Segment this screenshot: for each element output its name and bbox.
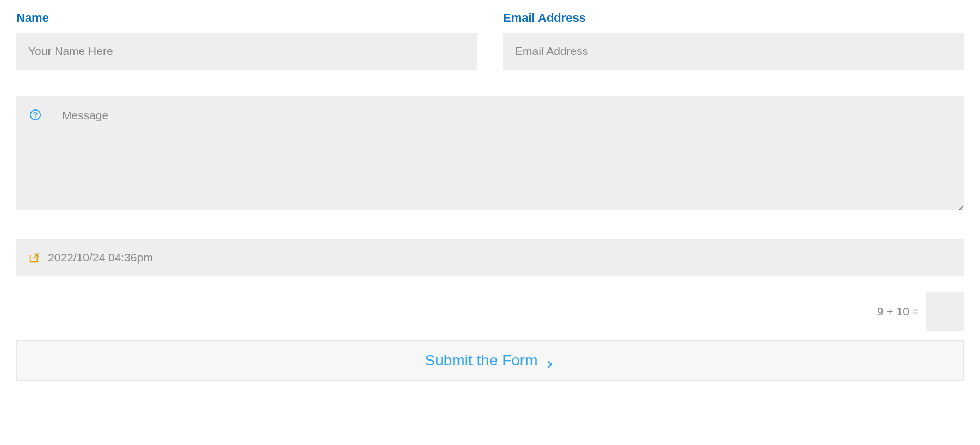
pencil-square-icon <box>28 252 40 264</box>
submit-button[interactable]: Submit the Form <box>16 340 964 381</box>
field-group-email: Email Address <box>503 11 964 70</box>
email-label: Email Address <box>503 11 964 25</box>
submit-label: Submit the Form <box>425 352 538 369</box>
chevron-right-icon <box>545 356 555 365</box>
captcha-input[interactable] <box>926 292 964 331</box>
captcha-question: 9 + 10 = <box>877 305 919 318</box>
contact-form: Name Email Address <box>16 11 964 381</box>
datetime-field[interactable]: 2022/10/24 04:36pm <box>16 239 964 276</box>
row-message <box>16 96 964 213</box>
email-input[interactable] <box>503 33 964 70</box>
row-name-email: Name Email Address <box>16 11 964 70</box>
message-wrap <box>16 96 964 213</box>
name-input[interactable] <box>16 33 477 70</box>
row-datetime: 2022/10/24 04:36pm <box>16 239 964 276</box>
field-group-name: Name <box>16 11 477 70</box>
message-textarea[interactable] <box>16 96 964 210</box>
datetime-value: 2022/10/24 04:36pm <box>48 251 153 264</box>
row-captcha: 9 + 10 = <box>16 292 964 331</box>
name-label: Name <box>16 11 477 25</box>
